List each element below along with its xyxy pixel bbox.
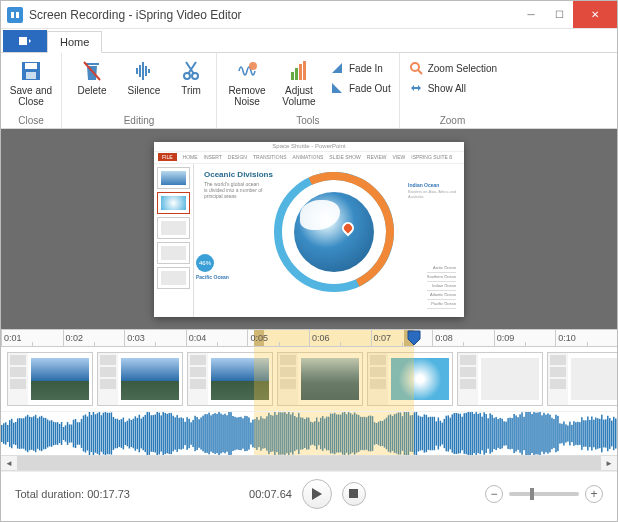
svg-rect-175 [312,422,313,444]
svg-rect-201 [364,417,365,450]
svg-rect-324 [609,418,610,449]
play-button[interactable] [302,479,332,509]
svg-rect-110 [182,418,183,449]
svg-rect-143 [248,417,249,449]
trim-button[interactable]: Trim [174,57,208,113]
titlebar: Screen Recording - iSpring Video Editor … [1,1,617,29]
zoom-in-button[interactable]: + [585,485,603,503]
horizontal-scrollbar[interactable]: ◄ ► [1,455,617,471]
svg-rect-230 [422,417,423,450]
svg-rect-243 [448,415,449,451]
svg-rect-214 [390,414,391,452]
svg-rect-303 [567,425,568,441]
audio-track[interactable] [1,411,617,455]
svg-rect-193 [348,412,349,455]
scroll-track[interactable] [17,456,601,470]
svg-rect-91 [145,415,146,452]
playback-controls: Total duration: 00:17.73 00:07.64 − + [1,471,617,515]
scroll-thumb[interactable] [17,456,601,470]
app-icon [7,7,23,23]
zoom-slider[interactable] [509,492,579,496]
svg-rect-90 [143,417,144,451]
fade-in-button[interactable]: Fade In [329,59,391,77]
svg-rect-290 [541,415,542,451]
svg-rect-152 [266,416,267,450]
svg-rect-318 [597,418,598,448]
svg-rect-196 [354,412,355,454]
slide-subtext: The world's global ocean is divided into… [204,181,264,199]
svg-rect-54 [71,425,72,443]
svg-rect-261 [483,412,484,454]
svg-rect-212 [386,418,387,450]
frame-thumb [187,352,273,406]
svg-point-18 [411,63,419,71]
delete-button[interactable]: Delete [70,57,114,113]
svg-rect-202 [366,417,367,449]
svg-rect-272 [505,422,506,446]
svg-rect-146 [254,419,255,448]
svg-rect-4 [25,63,37,69]
svg-rect-51 [65,425,66,441]
svg-rect-299 [559,423,560,443]
show-all-button[interactable]: Show All [408,79,497,97]
svg-rect-322 [605,419,606,447]
timeline-ruler[interactable]: 0:01 0:02 0:03 0:04 0:05 0:06 0:07 0:08 … [1,329,617,347]
svg-rect-164 [290,415,291,453]
close-button[interactable]: ✕ [573,1,617,28]
svg-rect-23 [9,420,10,447]
svg-rect-231 [424,414,425,452]
fade-out-icon [329,80,345,96]
silence-button[interactable]: Silence [122,57,166,113]
svg-rect-37 [37,418,38,449]
scroll-right-button[interactable]: ► [601,456,617,470]
ruler-tick: 0:04 [186,330,248,346]
home-tab[interactable]: Home [47,31,102,53]
svg-rect-159 [280,412,281,454]
svg-rect-99 [160,415,161,451]
fade-out-button[interactable]: Fade Out [329,79,391,97]
svg-rect-36 [35,415,36,452]
preview-frame: Space Shuttle - PowerPoint FILE HOME INS… [154,142,464,317]
remove-noise-button[interactable]: Remove Noise [225,57,269,113]
svg-rect-103 [168,413,169,454]
svg-rect-21 [5,422,6,444]
delete-icon [80,59,104,83]
fade-in-icon [329,60,345,76]
svg-rect-204 [370,416,371,452]
svg-rect-134 [230,412,231,455]
svg-rect-184 [330,414,331,454]
zoom-selection-button[interactable]: Zoom Selection [408,59,497,77]
ruler-tick: 0:08 [432,330,494,346]
svg-rect-220 [402,416,403,451]
adjust-volume-button[interactable]: Adjust Volume [277,57,321,113]
ruler-tick: 0:09 [494,330,556,346]
zoom-slider-thumb[interactable] [530,488,534,500]
svg-rect-73 [109,413,110,455]
svg-rect-180 [322,416,323,451]
scroll-left-button[interactable]: ◄ [1,456,17,470]
minimize-button[interactable]: ─ [517,1,545,28]
stop-button[interactable] [342,482,366,506]
svg-rect-199 [360,417,361,450]
svg-rect-27 [17,418,18,448]
svg-rect-233 [428,417,429,450]
playhead[interactable] [407,330,421,346]
svg-rect-296 [553,419,554,448]
save-and-close-button[interactable]: Save and Close [9,57,53,113]
svg-rect-179 [320,418,321,449]
file-tab[interactable] [3,30,47,52]
fade-out-label: Fade Out [349,83,391,94]
svg-rect-218 [398,412,399,454]
svg-rect-20 [3,423,4,443]
svg-rect-0 [11,12,14,18]
svg-rect-222 [406,412,407,455]
video-track[interactable] [1,347,617,411]
frame-thumb [457,352,543,406]
save-close-label: Save and Close [10,85,52,107]
svg-rect-190 [342,412,343,454]
svg-rect-48 [59,424,60,443]
maximize-button[interactable]: ☐ [545,1,573,28]
svg-rect-260 [481,417,482,451]
svg-rect-131 [224,414,225,454]
zoom-out-button[interactable]: − [485,485,503,503]
